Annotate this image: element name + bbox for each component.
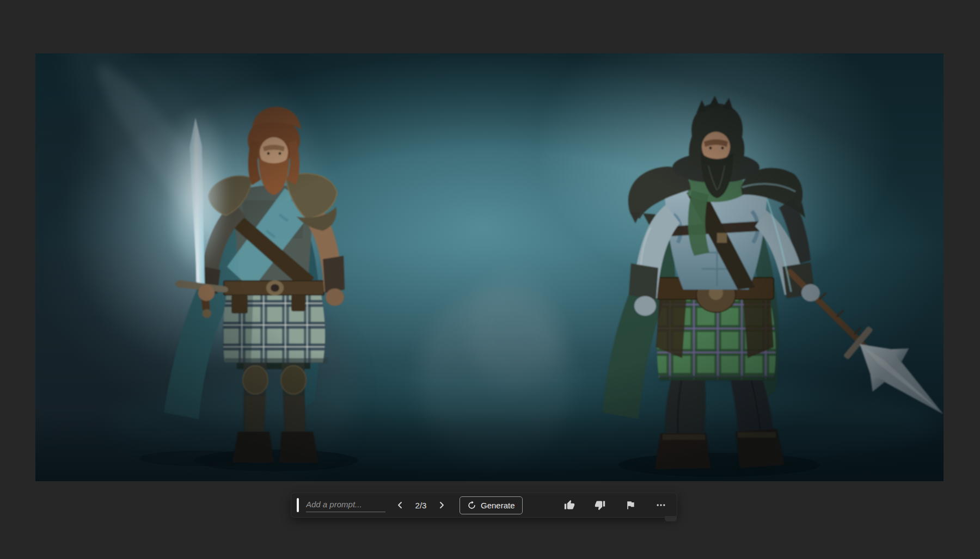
chevron-right-icon: [437, 501, 446, 509]
generate-button-label: Generate: [481, 501, 515, 510]
generate-button[interactable]: Generate: [460, 496, 523, 514]
more-options-icon: [656, 500, 666, 511]
feedback-action-group: [562, 497, 668, 513]
next-variation-button[interactable]: [434, 497, 449, 513]
variation-page-indicator: 2/3: [412, 501, 430, 510]
application-window: { "page": { "background": "#272727" }, "…: [0, 0, 980, 559]
report-button[interactable]: [623, 497, 638, 513]
chevron-left-icon: [396, 501, 405, 509]
thumbs-down-button[interactable]: [593, 497, 607, 513]
thumbs-up-icon: [564, 500, 575, 511]
generate-icon: [467, 501, 476, 510]
previous-variation-button[interactable]: [393, 497, 407, 513]
contextual-taskbar: 2/3 Generate: [291, 493, 677, 518]
more-options-button[interactable]: [654, 497, 668, 513]
generated-artwork: [35, 53, 944, 481]
taskbar-notch: [665, 516, 677, 521]
flag-icon: [625, 500, 636, 511]
drag-handle-icon[interactable]: [297, 498, 299, 512]
thumbs-down-icon: [595, 500, 605, 511]
thumbs-up-button[interactable]: [562, 497, 577, 513]
prompt-input[interactable]: [306, 498, 385, 512]
generated-image-canvas[interactable]: [35, 53, 944, 481]
